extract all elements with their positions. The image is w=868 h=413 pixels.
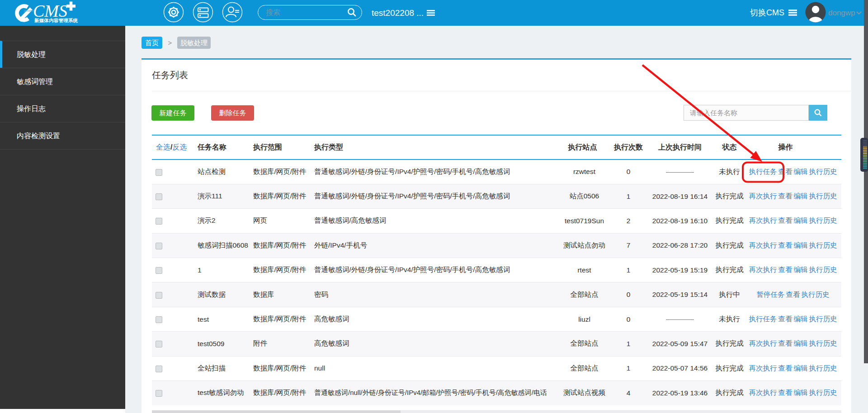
svg-text:新媒体内容管理系统: 新媒体内容管理系统 — [34, 18, 78, 23]
svg-text:power: power — [24, 9, 34, 13]
